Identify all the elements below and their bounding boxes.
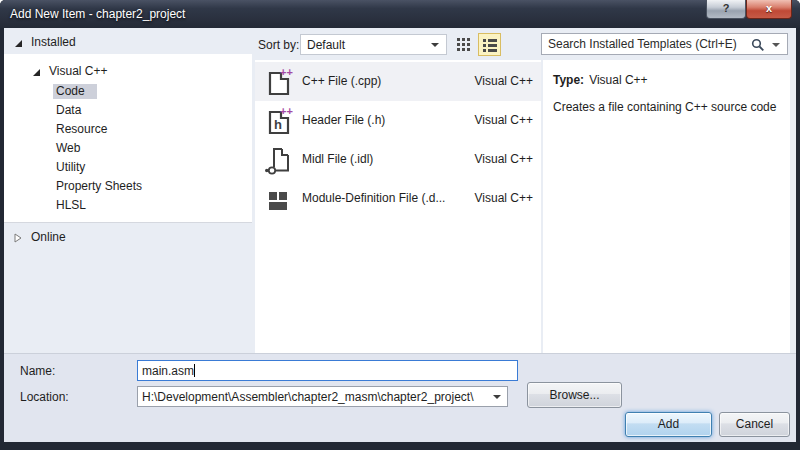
dialog-content: Installed Visual C++ Code Data Resource … xyxy=(4,28,796,442)
tree-item-hlsl[interactable]: HLSL xyxy=(4,197,252,216)
category-online[interactable]: Online xyxy=(4,228,252,248)
search-placeholder: Search Installed Templates (Ctrl+E) xyxy=(548,37,737,51)
collapsed-triangle-icon xyxy=(13,233,23,243)
tree-item-code[interactable]: Code xyxy=(4,83,252,102)
grid-view-icon xyxy=(457,38,471,52)
svg-text:++: ++ xyxy=(280,67,293,78)
template-item-cpp-file[interactable]: ++ C++ File (.cpp) Visual C++ xyxy=(255,62,541,101)
tree-node-visual-cpp[interactable]: Visual C++ xyxy=(4,62,252,81)
module-definition-icon xyxy=(265,184,293,214)
location-value: H:\Development\Assembler\chapter2_masm\c… xyxy=(142,390,474,404)
name-input[interactable]: main.asm xyxy=(137,360,518,381)
svg-text:h: h xyxy=(274,117,282,132)
type-value: Visual C++ xyxy=(589,73,647,87)
search-icon xyxy=(751,38,765,52)
help-button[interactable]: ? xyxy=(706,0,746,19)
location-dropdown[interactable]: H:\Development\Assembler\chapter2_masm\c… xyxy=(137,386,508,407)
text-caret xyxy=(194,364,195,377)
browse-button[interactable]: Browse... xyxy=(527,382,622,408)
cpp-file-icon: ++ xyxy=(265,67,293,97)
template-item-module-definition-file[interactable]: Module-Definition File (.d... Visual C++ xyxy=(255,179,541,218)
chevron-down-icon xyxy=(431,43,439,47)
add-button[interactable]: Add xyxy=(625,412,712,437)
tree-item-web[interactable]: Web xyxy=(4,140,252,159)
category-installed[interactable]: Installed xyxy=(4,33,252,53)
tree-item-resource[interactable]: Resource xyxy=(4,121,252,140)
sort-by-label: Sort by: xyxy=(258,38,299,52)
small-icons-view-button[interactable] xyxy=(454,35,473,54)
midl-file-icon xyxy=(265,145,293,175)
sort-by-value: Default xyxy=(307,38,345,52)
category-installed-label: Installed xyxy=(31,35,76,49)
expanded-triangle-icon xyxy=(31,67,41,77)
header-file-icon: h ++ xyxy=(265,106,293,136)
name-label: Name: xyxy=(20,364,55,378)
template-list: ++ C++ File (.cpp) Visual C++ h ++ Heade… xyxy=(255,60,541,353)
template-details: Type:Visual C++ Creates a file containin… xyxy=(543,60,790,353)
tree-item-utility[interactable]: Utility xyxy=(4,159,252,178)
template-item-header-file[interactable]: h ++ Header File (.h) Visual C++ xyxy=(255,101,541,140)
template-category-tree: Visual C++ Code Data Resource Web Utilit… xyxy=(4,54,252,223)
svg-text:++: ++ xyxy=(280,106,293,117)
tree-item-property-sheets[interactable]: Property Sheets xyxy=(4,178,252,197)
cancel-button[interactable]: Cancel xyxy=(719,412,790,437)
tree-item-data[interactable]: Data xyxy=(4,102,252,121)
name-value: main.asm xyxy=(142,364,194,378)
chevron-down-icon xyxy=(493,395,501,399)
titlebar[interactable]: Add New Item - chapter2_project ? x xyxy=(0,0,800,28)
type-label: Type: xyxy=(553,73,584,87)
template-item-midl-file[interactable]: Midl File (.idl) Visual C++ xyxy=(255,140,541,179)
chevron-down-icon xyxy=(772,43,780,47)
close-button[interactable]: x xyxy=(746,0,792,19)
expanded-triangle-icon xyxy=(13,38,23,48)
template-type-line: Type:Visual C++ xyxy=(553,73,780,87)
sort-by-dropdown[interactable]: Default xyxy=(300,34,447,55)
category-online-label: Online xyxy=(31,230,66,244)
add-new-item-dialog: Add New Item - chapter2_project ? x Inst… xyxy=(0,0,800,450)
location-label: Location: xyxy=(20,390,69,404)
search-input[interactable]: Search Installed Templates (Ctrl+E) xyxy=(541,33,788,55)
template-description: Creates a file containing C++ source cod… xyxy=(553,100,780,114)
list-view-button[interactable] xyxy=(478,33,501,56)
window-title: Add New Item - chapter2_project xyxy=(10,7,185,21)
list-view-icon xyxy=(483,38,497,52)
dialog-footer: Name: main.asm Location: H:\Development\… xyxy=(4,353,796,442)
